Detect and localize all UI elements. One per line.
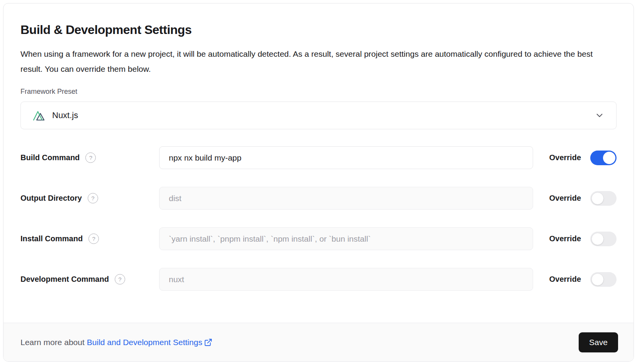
toggle-knob (603, 152, 615, 164)
help-icon[interactable]: ? (115, 274, 125, 284)
toggle-knob (591, 273, 604, 286)
framework-preset-select[interactable]: Nuxt.js (20, 102, 617, 129)
external-link-icon (204, 338, 212, 347)
output-directory-input (159, 187, 533, 210)
nuxt-logo-icon (32, 108, 46, 122)
development-command-label: Development Command (20, 275, 109, 284)
toggle-knob (591, 192, 604, 205)
learn-more-text: Learn more about (20, 338, 85, 347)
output-directory-label: Output Directory (20, 194, 82, 203)
output-directory-override-toggle[interactable] (590, 191, 617, 206)
override-label: Override (549, 234, 581, 243)
chevron-down-icon (595, 110, 605, 120)
docs-link-label: Build and Development Settings (87, 338, 202, 347)
build-settings-docs-link[interactable]: Build and Development Settings (87, 338, 212, 347)
framework-preset-value: Nuxt.js (52, 110, 78, 120)
override-label: Override (549, 275, 581, 284)
settings-description: When using a framework for a new project… (20, 46, 606, 76)
build-command-row: Build Command ? Override (20, 146, 617, 169)
override-label: Override (549, 194, 581, 203)
help-icon[interactable]: ? (88, 234, 99, 244)
toggle-knob (591, 233, 604, 245)
page-title: Build & Development Settings (20, 22, 617, 37)
build-dev-settings-card: Build & Development Settings When using … (3, 3, 634, 362)
output-directory-row: Output Directory ? Override (20, 187, 617, 210)
help-icon[interactable]: ? (85, 152, 96, 163)
install-command-label: Install Command (20, 234, 83, 243)
build-command-input[interactable] (159, 146, 533, 169)
card-footer: Learn more about Build and Development S… (3, 323, 634, 361)
build-command-override-toggle[interactable] (590, 151, 617, 165)
override-label: Override (549, 153, 581, 162)
development-command-input (159, 268, 533, 291)
install-command-input (159, 227, 533, 250)
install-command-override-toggle[interactable] (590, 232, 617, 246)
development-command-row: Development Command ? Override (20, 268, 617, 291)
build-command-label: Build Command (20, 153, 80, 162)
help-icon[interactable]: ? (88, 193, 98, 203)
install-command-row: Install Command ? Override (20, 227, 617, 250)
framework-preset-label: Framework Preset (20, 87, 617, 96)
development-command-override-toggle[interactable] (590, 272, 617, 287)
save-button[interactable]: Save (579, 332, 618, 352)
